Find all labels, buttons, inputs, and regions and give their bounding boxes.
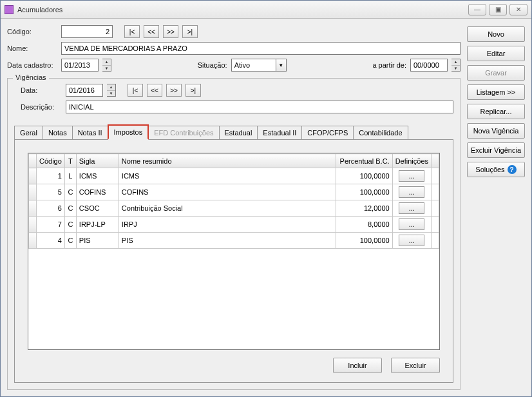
cell-t[interactable]: L (64, 168, 76, 184)
cell-definicoes: ... (392, 184, 431, 200)
definicoes-button[interactable]: ... (399, 202, 424, 214)
window-title: Acumuladores (17, 6, 468, 14)
listagem-button[interactable]: Listagem >> (467, 84, 525, 100)
cell-codigo[interactable]: 1 (37, 168, 65, 184)
vigencias-data-spinner[interactable]: ▲▼ (107, 84, 116, 97)
maximize-button[interactable]: ▣ (489, 4, 507, 15)
vigencias-legend: Vigências (13, 73, 49, 81)
cell-nome[interactable]: COFINS (119, 184, 336, 200)
cell-percentual[interactable]: 12,0000 (336, 200, 392, 217)
data-cadastro-spinner[interactable]: ▲▼ (102, 59, 111, 72)
table-row[interactable]: 5CCOFINSCOFINS100,0000... (29, 184, 439, 200)
situacao-dropdown-button[interactable]: ▼ (276, 59, 287, 72)
excluir-button[interactable]: Excluir (391, 358, 440, 373)
nova-vigencia-button[interactable]: Nova Vigência (467, 123, 525, 139)
nav-first-button[interactable]: |< (124, 25, 140, 38)
col-t-header[interactable]: T (64, 154, 76, 168)
tab-contabilidade[interactable]: Contabilidade (353, 126, 408, 139)
nav-last-button[interactable]: >| (182, 25, 198, 38)
excluir-vigencia-button[interactable]: Excluir Vigência (467, 142, 525, 158)
col-spacer (432, 154, 439, 168)
main-panel: Código: |< << >> >| Nome: Data cadastro:… (7, 25, 461, 390)
incluir-button[interactable]: Incluir (333, 358, 382, 373)
vigencias-fieldset: Vigências Data: ▲▼ |< << >> >| Descrição… (7, 78, 461, 390)
row-selector[interactable] (29, 233, 37, 249)
a-partir-label: a partir de: (372, 61, 406, 69)
col-nome-header[interactable]: Nome resumido (119, 154, 336, 168)
cell-percentual[interactable]: 100,0000 (336, 168, 392, 184)
table-row[interactable]: 4CPISPIS100,0000... (29, 233, 439, 249)
tab-cfop-cfps[interactable]: CFOP/CFPS (301, 126, 354, 139)
vigencias-nav-last[interactable]: >| (185, 84, 201, 97)
definicoes-button[interactable]: ... (399, 186, 424, 198)
row-selector[interactable] (29, 217, 37, 233)
editar-button[interactable]: Editar (467, 46, 525, 61)
cell-nome[interactable]: Contribuição Social (119, 200, 336, 217)
a-partir-spinner[interactable]: ▲▼ (451, 59, 461, 72)
cell-t[interactable]: C (64, 200, 76, 217)
cell-percentual[interactable]: 100,0000 (336, 233, 392, 249)
tab-panel-impostos: Código T Sigla Nome resumido Percentual … (14, 139, 453, 383)
close-button[interactable]: ✕ (509, 4, 527, 15)
nav-prev-button[interactable]: << (144, 25, 159, 38)
cell-sigla[interactable]: PIS (76, 233, 119, 249)
window: Acumuladores — ▣ ✕ Código: |< << >> >| N… (0, 0, 532, 397)
codigo-input[interactable] (61, 25, 113, 38)
impostos-table: Código T Sigla Nome resumido Percentual … (28, 153, 440, 350)
table-row[interactable]: 6CCSOCContribuição Social12,0000... (29, 200, 439, 217)
tab-estadual-ii[interactable]: Estadual II (257, 126, 302, 139)
row-selector[interactable] (29, 200, 37, 217)
col-perc-header[interactable]: Percentual B.C. (336, 154, 392, 168)
vigencias-descricao-input[interactable] (66, 101, 453, 113)
cell-codigo[interactable]: 6 (37, 200, 65, 217)
gravar-button[interactable]: Gravar (467, 65, 525, 81)
tab-estadual[interactable]: Estadual (219, 126, 258, 139)
cell-t[interactable]: C (64, 233, 76, 249)
cell-sigla[interactable]: CSOC (76, 200, 119, 217)
a-partir-input[interactable] (410, 59, 448, 72)
situacao-select[interactable] (231, 59, 276, 72)
col-def-header[interactable]: Definições (392, 154, 431, 168)
tab-geral[interactable]: Geral (14, 126, 43, 139)
row-selector[interactable] (29, 184, 37, 200)
cell-percentual[interactable]: 100,0000 (336, 184, 392, 200)
cell-percentual[interactable]: 8,0000 (336, 217, 392, 233)
tab-notas[interactable]: Notas (43, 126, 73, 139)
cell-codigo[interactable]: 4 (37, 233, 65, 249)
row-selector[interactable] (29, 168, 37, 184)
data-cadastro-input[interactable] (61, 59, 99, 72)
nome-label: Nome: (7, 44, 57, 52)
replicar-button[interactable]: Replicar... (467, 104, 525, 119)
cell-definicoes: ... (392, 168, 431, 184)
cell-nome[interactable]: PIS (119, 233, 336, 249)
novo-button[interactable]: Novo (467, 26, 525, 42)
definicoes-button[interactable]: ... (399, 218, 424, 230)
col-codigo-header[interactable]: Código (37, 154, 65, 168)
cell-codigo[interactable]: 7 (37, 217, 65, 233)
col-sigla-header[interactable]: Sigla (76, 154, 119, 168)
vigencias-nav-prev[interactable]: << (147, 84, 162, 97)
nav-next-button[interactable]: >> (163, 25, 178, 38)
definicoes-button[interactable]: ... (399, 235, 424, 246)
vigencias-nav-first[interactable]: |< (128, 84, 143, 97)
cell-sigla[interactable]: COFINS (76, 184, 119, 200)
table-row[interactable]: 7CIRPJ-LPIRPJ8,0000... (29, 217, 439, 233)
definicoes-button[interactable]: ... (399, 170, 424, 182)
tab-impostos[interactable]: Impostos (108, 124, 149, 140)
minimize-button[interactable]: — (468, 4, 486, 15)
table-row[interactable]: 1LICMSICMS100,0000... (29, 168, 439, 184)
solucoes-button[interactable]: Soluções ? (467, 162, 525, 177)
nome-input[interactable] (61, 42, 461, 55)
titlebar: Acumuladores — ▣ ✕ (1, 1, 531, 19)
cell-nome[interactable]: IRPJ (119, 217, 336, 233)
vigencias-data-input[interactable] (66, 84, 103, 97)
tab-notas-ii[interactable]: Notas II (72, 126, 108, 139)
cell-t[interactable]: C (64, 184, 76, 200)
cell-sigla[interactable]: ICMS (76, 168, 119, 184)
cell-sigla[interactable]: IRPJ-LP (76, 217, 119, 233)
cell-codigo[interactable]: 5 (37, 184, 65, 200)
vigencias-nav-next[interactable]: >> (166, 84, 182, 97)
cell-t[interactable]: C (64, 217, 76, 233)
cell-nome[interactable]: ICMS (119, 168, 336, 184)
sidebar: Novo Editar Gravar Listagem >> Replicar.… (467, 25, 525, 390)
